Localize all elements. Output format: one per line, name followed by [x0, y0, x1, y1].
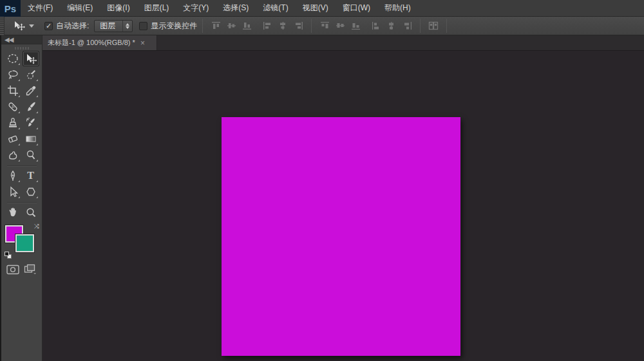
healing-brush-tool[interactable]	[5, 99, 21, 115]
tools-grid: T	[1, 51, 42, 220]
tool-options-bar: ✓ 自动选择: 图层 显示变换控件	[0, 17, 644, 35]
color-swatches: ⤨	[5, 224, 39, 255]
separator	[311, 19, 312, 33]
collapse-double-arrow-icon: ◀◀	[5, 36, 13, 43]
align-top-edges-button[interactable]	[208, 19, 223, 33]
quick-selection-tool[interactable]	[23, 67, 39, 82]
align-distribute-buttons	[208, 19, 452, 33]
distribute-right-edges-button[interactable]	[399, 19, 415, 33]
screen-mode-button[interactable]	[24, 264, 37, 275]
pen-tool[interactable]	[5, 168, 21, 183]
brush-icon	[25, 101, 37, 113]
type-tool[interactable]: T	[23, 168, 39, 183]
tool-group-divider	[5, 200, 39, 204]
menu-filter[interactable]: 滤镜(T)	[256, 0, 295, 16]
hand-tool[interactable]	[5, 205, 21, 220]
clone-stamp-icon	[7, 117, 19, 129]
gradient-icon	[25, 133, 37, 145]
healing-brush-icon	[7, 101, 19, 113]
quick-mask-button[interactable]	[6, 264, 19, 275]
crop-tool[interactable]	[5, 83, 21, 98]
toolbox-drag-handle[interactable]	[15, 47, 29, 50]
menu-window[interactable]: 窗口(W)	[336, 0, 377, 16]
toolbox-collapse-button[interactable]: ◀◀	[1, 35, 42, 44]
spinner-arrows-icon	[122, 21, 132, 32]
menu-help[interactable]: 帮助(H)	[377, 0, 418, 16]
menu-view[interactable]: 视图(V)	[296, 0, 336, 16]
dodge-icon	[25, 149, 37, 161]
tool-group-divider	[5, 163, 39, 167]
distribute-top-edges-button[interactable]	[317, 19, 332, 33]
brush-tool[interactable]	[23, 99, 39, 115]
options-bar-grip[interactable]	[0, 17, 5, 35]
distribute-bottom-edges-button[interactable]	[348, 19, 363, 33]
tab-close-icon[interactable]: ×	[140, 39, 145, 47]
separator	[202, 19, 203, 33]
quick-selection-icon	[25, 69, 37, 80]
elliptical-marquee-tool[interactable]	[5, 51, 21, 66]
distribute-left-edges-button[interactable]	[368, 19, 384, 33]
check-icon: ✓	[46, 23, 52, 30]
marquee-icon	[7, 53, 19, 64]
swap-colors-icon[interactable]: ⤨	[34, 223, 39, 230]
toolbox-panel: ◀◀	[0, 35, 43, 361]
canvas-area[interactable]	[43, 51, 644, 361]
dodge-tool[interactable]	[23, 147, 39, 163]
default-colors-icon[interactable]	[5, 252, 12, 259]
show-transform-checkbox[interactable]	[139, 22, 147, 30]
smudge-icon	[7, 149, 19, 161]
auto-align-layers-button[interactable]	[426, 19, 441, 33]
menu-edit[interactable]: 编辑(E)	[60, 0, 100, 16]
move-icon	[25, 53, 37, 64]
clone-stamp-tool[interactable]	[5, 115, 21, 131]
lasso-tool[interactable]	[5, 67, 21, 82]
distribute-horizontal-centers-button[interactable]	[384, 19, 399, 33]
move-tool-icon	[14, 21, 25, 31]
chevron-down-icon	[29, 24, 34, 28]
separator	[446, 19, 447, 33]
auto-select-target-dropdown[interactable]: 图层	[94, 20, 133, 32]
lasso-icon	[7, 69, 19, 80]
document-tab-bar: 未标题-1 @ 100%(RGB/8) * ×	[43, 35, 644, 51]
smudge-tool[interactable]	[5, 147, 21, 163]
history-brush-tool[interactable]	[23, 115, 39, 131]
align-bottom-edges-button[interactable]	[239, 19, 254, 33]
crop-icon	[7, 85, 19, 97]
magnifier-icon	[25, 207, 37, 218]
eyedropper-icon	[25, 85, 37, 97]
menu-type[interactable]: 文字(Y)	[176, 0, 216, 16]
custom-shape-tool[interactable]	[23, 184, 39, 199]
document-tab-title: 未标题-1 @ 100%(RGB/8) *	[48, 38, 135, 48]
distribute-vertical-centers-button[interactable]	[332, 19, 348, 33]
tool-preset-picker[interactable]	[10, 21, 38, 31]
align-vertical-centers-button[interactable]	[223, 19, 239, 33]
align-left-edges-button[interactable]	[260, 19, 275, 33]
eraser-tool[interactable]	[5, 131, 21, 147]
show-transform-label: 显示变换控件	[151, 21, 197, 32]
separator	[420, 19, 421, 33]
zoom-tool[interactable]	[23, 205, 39, 220]
background-color-swatch[interactable]	[15, 234, 34, 252]
align-right-edges-button[interactable]	[290, 19, 306, 33]
photoshop-logo: Ps	[0, 0, 21, 17]
document-tab[interactable]: 未标题-1 @ 100%(RGB/8) * ×	[43, 35, 157, 50]
gradient-tool[interactable]	[23, 131, 39, 147]
selection-arrow-icon	[7, 186, 19, 198]
auto-select-checkbox[interactable]: ✓	[44, 22, 53, 30]
align-horizontal-centers-button[interactable]	[275, 19, 290, 33]
eyedropper-tool[interactable]	[23, 83, 39, 98]
document-canvas[interactable]	[222, 117, 460, 356]
history-brush-icon	[25, 117, 37, 129]
menu-file[interactable]: 文件(F)	[21, 0, 60, 16]
auto-select-label: 自动选择:	[56, 21, 89, 32]
menu-image[interactable]: 图像(I)	[100, 0, 137, 16]
menu-select[interactable]: 选择(S)	[216, 0, 256, 16]
auto-select-target-value: 图层	[95, 21, 122, 32]
pen-icon	[7, 170, 19, 181]
menu-layer[interactable]: 图层(L)	[137, 0, 176, 16]
eraser-icon	[7, 133, 19, 145]
move-tool[interactable]	[23, 51, 39, 66]
hand-icon	[7, 207, 19, 218]
type-icon: T	[27, 170, 34, 181]
path-selection-tool[interactable]	[5, 184, 21, 199]
